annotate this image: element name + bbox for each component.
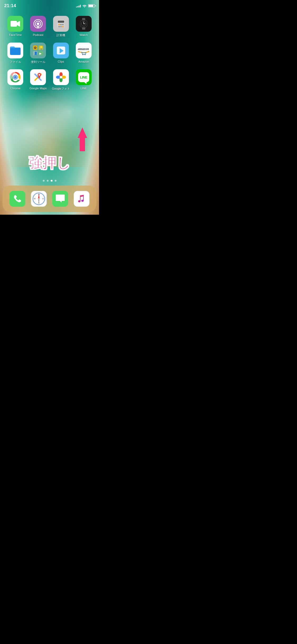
- svg-text:▶: ▶: [39, 52, 42, 55]
- app-files[interactable]: ファイル: [5, 43, 25, 64]
- arrow-body: [80, 138, 85, 151]
- svg-point-34: [82, 54, 83, 55]
- svg-rect-6: [58, 21, 64, 23]
- line-text: LINE: [80, 75, 87, 79]
- svg-rect-13: [82, 18, 85, 20]
- dock-phone[interactable]: [10, 191, 25, 207]
- watch-icon: [76, 16, 92, 32]
- line-icon: LINE: [76, 69, 92, 85]
- clips-label: Clips: [58, 60, 64, 63]
- svg-rect-0: [11, 21, 17, 27]
- svg-text:amazon: amazon: [78, 47, 89, 51]
- svg-point-35: [84, 54, 85, 55]
- googlephotos-icon: [53, 69, 69, 85]
- facetime-icon: [7, 16, 23, 32]
- svg-point-11: [60, 26, 62, 27]
- svg-text:S: S: [38, 202, 40, 204]
- dock-phone-icon: [10, 191, 25, 207]
- status-icons: [76, 4, 95, 7]
- dock-safari[interactable]: N S E W: [31, 191, 47, 207]
- app-line[interactable]: LINE LINE: [74, 69, 94, 91]
- page-dot-3: [51, 180, 53, 182]
- svg-point-44: [39, 75, 40, 79]
- svg-point-39: [14, 76, 17, 79]
- tools-label: 便利ツール: [31, 60, 45, 64]
- amazon-label: Amazon: [78, 60, 89, 63]
- clips-icon: [53, 43, 69, 58]
- app-clips[interactable]: Clips: [51, 43, 71, 64]
- battery-icon: [88, 4, 95, 7]
- app-chrome[interactable]: Chrome: [5, 69, 25, 91]
- app-amazon[interactable]: amazon Amazon: [74, 43, 94, 64]
- status-time: 21:14: [4, 3, 16, 8]
- amazon-icon: amazon: [76, 43, 92, 58]
- svg-marker-33: [88, 51, 89, 52]
- svg-text:W: W: [34, 198, 36, 200]
- googlemaps-icon: [30, 69, 46, 85]
- dock-music[interactable]: [74, 191, 89, 207]
- line-bubble: LINE: [78, 72, 89, 82]
- podcast-icon: [30, 16, 46, 32]
- arrow-annotation: [78, 127, 87, 151]
- svg-point-8: [60, 24, 62, 25]
- facetime-label: FaceTime: [9, 33, 22, 36]
- calculator-label: 計算機: [56, 33, 65, 37]
- svg-marker-1: [17, 21, 20, 27]
- page-dots: [43, 180, 56, 182]
- signal-icon: [76, 4, 81, 7]
- page-dot-2: [47, 180, 49, 182]
- dock-messages[interactable]: [52, 191, 68, 207]
- chrome-icon: [7, 69, 23, 85]
- googlemaps-label: Google Maps: [30, 87, 47, 90]
- app-watch[interactable]: Watch: [74, 16, 94, 37]
- svg-text:👤: 👤: [34, 51, 38, 55]
- app-grid: FaceTime Podcast: [0, 16, 99, 91]
- arrow-up: [78, 127, 87, 138]
- page-dot-1: [43, 180, 45, 182]
- svg-point-51: [60, 76, 62, 79]
- watch-label: Watch: [79, 33, 88, 36]
- svg-line-4: [38, 26, 39, 28]
- app-googlephotos[interactable]: Googleフォト: [51, 69, 71, 91]
- page-dot-4: [55, 180, 56, 182]
- status-bar: 21:14: [0, 0, 99, 12]
- dock-messages-icon: [52, 191, 68, 207]
- dock-safari-icon: N S E W: [31, 191, 47, 207]
- files-icon: [7, 43, 23, 58]
- svg-point-10: [58, 26, 60, 27]
- calculator-icon: [53, 16, 69, 32]
- svg-text:💡: 💡: [39, 46, 43, 50]
- podcast-label: Podcast: [33, 33, 44, 36]
- files-label: ファイル: [10, 60, 21, 64]
- svg-text:N: N: [38, 194, 40, 195]
- googlephotos-label: Googleフォト: [52, 87, 70, 91]
- app-tools[interactable]: ⚙ 💡 👤 ▶ 便利ツール: [28, 43, 48, 64]
- svg-point-9: [62, 24, 63, 25]
- app-googlemaps[interactable]: Google Maps: [28, 69, 48, 91]
- text-annotation: 強押し: [29, 154, 70, 172]
- app-calculator[interactable]: 計算機: [51, 16, 71, 37]
- app-facetime[interactable]: FaceTime: [5, 16, 25, 37]
- svg-rect-14: [82, 27, 85, 30]
- svg-point-45: [39, 74, 40, 76]
- line-label: LINE: [81, 87, 87, 90]
- svg-rect-20: [10, 48, 21, 55]
- dock-music-icon: [74, 191, 89, 207]
- chrome-label: Chrome: [10, 87, 21, 90]
- app-podcast[interactable]: Podcast: [28, 16, 48, 37]
- svg-text:E: E: [43, 198, 44, 200]
- wifi-icon: [82, 4, 87, 7]
- svg-text:⚙: ⚙: [34, 46, 37, 50]
- dock: N S E W: [3, 186, 96, 212]
- svg-point-2: [37, 22, 39, 25]
- svg-point-7: [58, 24, 60, 25]
- tools-icon: ⚙ 💡 👤 ▶: [30, 43, 46, 58]
- svg-point-12: [62, 26, 63, 27]
